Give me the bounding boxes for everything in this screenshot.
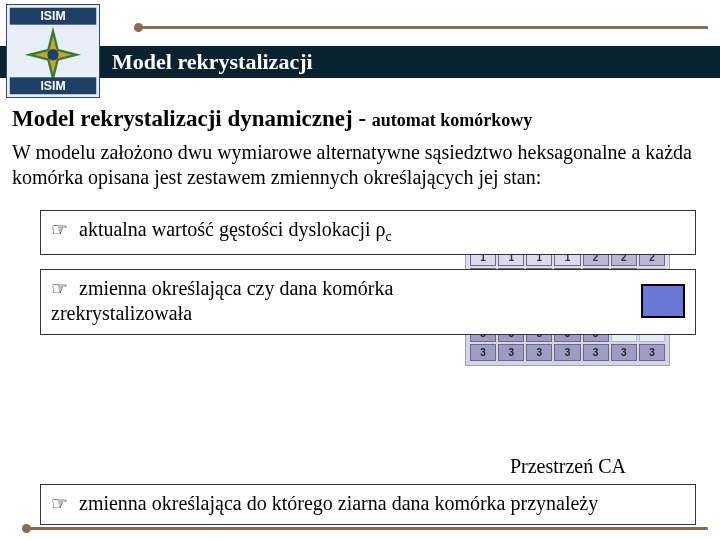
bullet-box-2: ☞ zmienna określająca czy dana komórka z… [40,269,696,335]
box3-text: zmienna określająca do którego ziarna da… [79,492,598,514]
hand-bullet-icon: ☞ [51,219,74,240]
bullet-box-3: ☞ zmienna określająca do którego ziarna … [40,484,696,525]
title-bar: Model rekrystalizacji [0,46,720,78]
box1-text: aktualna wartość gęstości dyslokacji ρ [79,218,386,240]
ca-cell: 3 [611,344,637,361]
recrystallized-color-swatch [641,284,685,318]
svg-text:ISIM: ISIM [40,79,65,93]
ca-cell: 3 [639,344,665,361]
isim-logo: ISIM ISIM [6,4,100,98]
footer-rule [28,527,708,530]
ca-cell: 3 [470,344,496,361]
box2-text: zmienna określająca czy dana komórka zre… [51,277,393,324]
ca-caption: Przestrzeń CA [40,455,696,478]
subheading-tail: automat komórkowy [372,110,533,130]
header-rule [140,26,708,29]
ca-cell: 3 [583,344,609,361]
ca-cell: 3 [498,344,524,361]
hand-bullet-icon: ☞ [51,278,74,299]
ca-cell: 3 [554,344,580,361]
intro-paragraph: W modelu założono dwu wymiarowe alternat… [12,140,708,190]
page-title: Model rekrystalizacji [112,49,313,75]
svg-point-3 [47,49,58,60]
box1-subscript: c [386,229,392,244]
ca-cell: 3 [526,344,552,361]
subheading-main: Model rekrystalizacji dynamicznej - [12,106,372,131]
svg-text:ISIM: ISIM [40,9,65,23]
hand-bullet-icon: ☞ [51,493,74,514]
subheading: Model rekrystalizacji dynamicznej - auto… [12,106,708,132]
bullet-box-1: ☞ aktualna wartość gęstości dyslokacji ρ… [40,210,696,255]
